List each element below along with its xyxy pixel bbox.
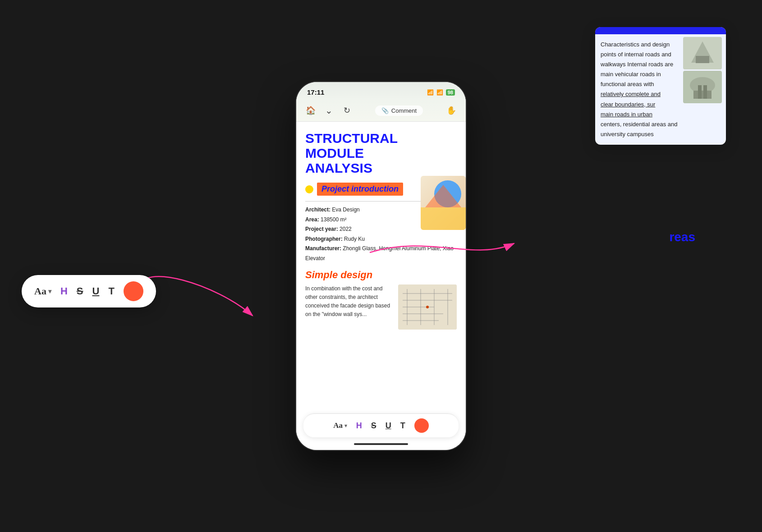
text-button[interactable]: T bbox=[400, 421, 405, 431]
manufacturer-label: Manufacturer: bbox=[305, 245, 341, 252]
year-value: 2022 bbox=[340, 226, 352, 232]
floating-heading-button[interactable]: H bbox=[60, 285, 68, 297]
architect-value: Eva Design bbox=[332, 206, 359, 213]
photographer-value: Rudy Ku bbox=[344, 236, 365, 242]
document-content: STRUCTURAL MODULE ANALYSIS n Project int… bbox=[296, 122, 466, 410]
yellow-dot-decoration bbox=[305, 185, 313, 193]
highlighted-text-1: relatively complete andclear boundaries,… bbox=[601, 91, 661, 107]
comment-button[interactable]: 📎 Comment bbox=[375, 105, 423, 116]
area-value: 138500 m² bbox=[321, 216, 346, 223]
year-label: Project year: bbox=[305, 226, 338, 232]
heading-button[interactable]: H bbox=[356, 421, 362, 431]
info-card: Characteristics and design points of int… bbox=[595, 27, 726, 145]
back-icon[interactable]: ⌄ bbox=[321, 103, 336, 118]
phone-home-bar bbox=[296, 441, 466, 450]
section-title: Simple design bbox=[305, 269, 457, 281]
phone-screen: 17:11 📶 📶 98 🏠 ⌄ ↻ 📎 Comment ✋ STRUCTURA… bbox=[296, 82, 466, 450]
color-picker-button[interactable] bbox=[414, 418, 429, 433]
doc-body-text: In combination with the cost and other c… bbox=[305, 284, 394, 319]
home-icon[interactable]: 🏠 bbox=[303, 103, 318, 118]
svg-rect-16 bbox=[696, 56, 709, 63]
project-intro-label: Project introduction bbox=[317, 183, 403, 196]
comment-emoji: 📎 bbox=[381, 107, 389, 114]
info-card-text: Characteristics and design points of int… bbox=[601, 40, 678, 139]
phone-mockup: 17:11 📶 📶 98 🏠 ⌄ ↻ 📎 Comment ✋ STRUCTURA… bbox=[295, 81, 467, 451]
svg-rect-21 bbox=[703, 85, 707, 99]
info-card-header-bar bbox=[595, 27, 726, 34]
comment-label: Comment bbox=[391, 107, 417, 114]
strikethrough-button[interactable]: S bbox=[371, 421, 376, 431]
svg-point-13 bbox=[426, 306, 429, 308]
svg-rect-20 bbox=[698, 85, 702, 99]
status-icons: 📶 📶 98 bbox=[427, 89, 455, 96]
touch-icon[interactable]: ✋ bbox=[444, 103, 459, 118]
signal-icon: 📶 bbox=[427, 89, 434, 96]
architect-label: Architect: bbox=[305, 206, 331, 213]
floating-chevron-icon: ▾ bbox=[48, 288, 51, 295]
info-card-body: Characteristics and design points of int… bbox=[595, 34, 683, 145]
floating-reas-text: reas bbox=[669, 230, 695, 244]
document-abstract-image bbox=[421, 176, 466, 230]
photographer-label: Photographer: bbox=[305, 236, 343, 242]
nav-bar: 🏠 ⌄ ↻ 📎 Comment ✋ bbox=[296, 100, 466, 122]
font-button[interactable]: Aa ▾ bbox=[333, 421, 347, 430]
floating-toolbar[interactable]: Aa ▾ H S U T bbox=[22, 275, 156, 307]
info-card-image-2 bbox=[683, 71, 722, 103]
area-label: Area: bbox=[305, 216, 319, 223]
floating-text-button[interactable]: T bbox=[108, 285, 114, 297]
svg-rect-19 bbox=[693, 91, 712, 99]
floating-font-button[interactable]: Aa ▾ bbox=[34, 285, 51, 297]
home-indicator bbox=[354, 443, 408, 445]
document-title: STRUCTURAL MODULE ANALYSIS bbox=[305, 131, 457, 175]
floating-strikethrough-button[interactable]: S bbox=[77, 285, 83, 297]
phone-bottom-toolbar[interactable]: Aa ▾ H S U T bbox=[303, 413, 459, 437]
floating-underline-button[interactable]: U bbox=[92, 285, 100, 297]
forward-icon[interactable]: ↻ bbox=[340, 103, 354, 118]
info-card-images bbox=[683, 34, 726, 145]
highlighted-text-2: main roads in urban bbox=[601, 111, 652, 118]
chevron-icon: ▾ bbox=[344, 423, 347, 429]
info-card-image-1 bbox=[683, 37, 722, 69]
status-bar: 17:11 📶 📶 98 bbox=[296, 82, 466, 100]
wifi-icon: 📶 bbox=[436, 89, 443, 96]
status-time: 17:11 bbox=[307, 88, 324, 96]
floating-color-button[interactable] bbox=[124, 281, 143, 301]
battery-indicator: 98 bbox=[446, 89, 455, 96]
svg-rect-1 bbox=[421, 207, 466, 230]
blueprint-image bbox=[398, 284, 457, 330]
underline-button[interactable]: U bbox=[386, 421, 391, 431]
